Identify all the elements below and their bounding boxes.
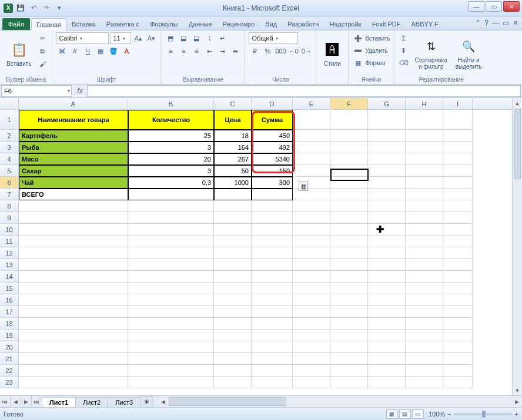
clear-button[interactable]: ⌫ xyxy=(398,57,410,69)
cell-H23[interactable] xyxy=(406,377,443,388)
cell-B7[interactable] xyxy=(128,189,214,200)
zoom-out-button[interactable]: − xyxy=(447,411,451,418)
cell-C16[interactable] xyxy=(214,294,252,306)
cell-G2[interactable] xyxy=(368,130,406,142)
cell-C22[interactable] xyxy=(214,365,252,377)
row-header[interactable]: 22 xyxy=(0,365,19,377)
formula-input[interactable] xyxy=(87,85,521,97)
cell-H6[interactable] xyxy=(406,177,443,189)
grow-font-button[interactable]: A▴ xyxy=(132,32,144,44)
scroll-left-button[interactable]: ◀ xyxy=(158,396,168,407)
cell-A17[interactable] xyxy=(19,306,128,318)
cell-A23[interactable] xyxy=(19,377,128,388)
cell-C12[interactable] xyxy=(214,247,252,259)
cell-A7[interactable]: ВСЕГО xyxy=(19,189,128,200)
cell-E20[interactable] xyxy=(293,341,330,353)
cell-F8[interactable] xyxy=(330,200,368,212)
cell-D23[interactable] xyxy=(252,377,293,388)
align-center-button[interactable]: ≡ xyxy=(178,45,189,57)
cell-C9[interactable] xyxy=(214,212,252,224)
cell-H5[interactable] xyxy=(406,165,443,177)
tab-view[interactable]: Вид xyxy=(260,18,282,30)
qat-redo[interactable]: ↷ xyxy=(41,3,52,14)
cell-I20[interactable] xyxy=(443,341,473,353)
cell-G3[interactable] xyxy=(368,142,406,153)
zoom-in-button[interactable]: + xyxy=(515,411,518,418)
tab-addins[interactable]: Надстройк xyxy=(324,18,366,30)
cell-F10[interactable] xyxy=(330,224,368,236)
row-header[interactable]: 14 xyxy=(0,271,19,283)
merge-button[interactable]: ⬌ xyxy=(229,45,241,57)
wrap-text-button[interactable]: ↵ xyxy=(216,32,228,44)
cell-B12[interactable] xyxy=(128,247,214,259)
cell-D9[interactable] xyxy=(252,212,293,224)
cell-H11[interactable] xyxy=(406,236,443,247)
doc-restore-icon[interactable]: ▭ xyxy=(503,19,509,27)
cell-H4[interactable] xyxy=(406,153,443,165)
select-all-corner[interactable] xyxy=(0,98,19,109)
cell-A3[interactable]: Рыба xyxy=(19,142,128,153)
new-sheet-button[interactable]: ✳ xyxy=(140,397,153,407)
cell-C13[interactable] xyxy=(214,259,252,271)
align-right-button[interactable]: ≡ xyxy=(190,45,202,57)
col-header-D[interactable]: D xyxy=(252,98,293,109)
cell-F18[interactable] xyxy=(330,318,368,330)
shrink-font-button[interactable]: A▾ xyxy=(145,32,157,44)
zoom-slider[interactable] xyxy=(454,413,513,415)
tab-data[interactable]: Данные xyxy=(183,18,218,30)
sheet-next-button[interactable]: ▶ xyxy=(21,396,32,408)
cell-H7[interactable] xyxy=(406,189,443,200)
cell-C8[interactable] xyxy=(214,200,252,212)
cell-E3[interactable] xyxy=(293,142,330,153)
cell-D13[interactable] xyxy=(252,259,293,271)
cell-D5[interactable]: 150 xyxy=(252,165,293,177)
cell-D12[interactable] xyxy=(252,247,293,259)
cell-B10[interactable] xyxy=(128,224,214,236)
cell-G17[interactable] xyxy=(368,306,406,318)
row-header[interactable]: 7 xyxy=(0,189,19,200)
cell-G20[interactable] xyxy=(368,341,406,353)
cell-B22[interactable] xyxy=(128,365,214,377)
orientation-button[interactable]: ⤹ xyxy=(203,32,215,44)
cell-D21[interactable] xyxy=(252,353,293,365)
name-box[interactable]: F6 ▾ xyxy=(1,85,72,97)
cell-I11[interactable] xyxy=(443,236,473,247)
cut-button[interactable]: ✂ xyxy=(36,32,48,44)
row-header[interactable]: 19 xyxy=(0,330,19,341)
vertical-scrollbar[interactable]: ▲ ▼ xyxy=(512,98,522,395)
qat-undo[interactable]: ↶ xyxy=(28,3,39,14)
indent-inc-button[interactable]: ⇥ xyxy=(216,45,228,57)
file-tab[interactable]: Файл xyxy=(2,18,30,30)
cell-H3[interactable] xyxy=(406,142,443,153)
qat-save[interactable]: 💾 xyxy=(15,3,26,14)
row-header[interactable]: 17 xyxy=(0,306,19,318)
align-bottom-button[interactable]: ⬓ xyxy=(190,32,202,44)
cell-I21[interactable] xyxy=(443,353,473,365)
cell-E23[interactable] xyxy=(293,377,330,388)
cell-G10[interactable] xyxy=(368,224,406,236)
cell-G8[interactable] xyxy=(368,200,406,212)
cell-B14[interactable] xyxy=(128,271,214,283)
comma-button[interactable]: 000 xyxy=(275,45,286,57)
inc-decimal-button[interactable]: ←0 xyxy=(287,45,299,57)
tab-insert[interactable]: Вставка xyxy=(66,18,101,30)
sheet-first-button[interactable]: ⏮ xyxy=(0,396,11,408)
cell-C10[interactable] xyxy=(214,224,252,236)
cell-D14[interactable] xyxy=(252,271,293,283)
cell-F23[interactable] xyxy=(330,377,368,388)
cell-H10[interactable] xyxy=(406,224,443,236)
cell-G18[interactable] xyxy=(368,318,406,330)
cell-E1[interactable] xyxy=(293,110,330,130)
cell-E12[interactable] xyxy=(293,247,330,259)
cell-A9[interactable] xyxy=(19,212,128,224)
cell-D2[interactable]: 450 xyxy=(252,130,293,142)
number-format-combo[interactable]: Общий▾ xyxy=(249,32,298,44)
fill-color-button[interactable]: 🪣 xyxy=(108,45,119,57)
cell-I16[interactable] xyxy=(443,294,473,306)
cell-I13[interactable] xyxy=(443,259,473,271)
cell-F3[interactable] xyxy=(330,142,368,153)
cell-G7[interactable] xyxy=(368,189,406,200)
cell-B23[interactable] xyxy=(128,377,214,388)
scroll-thumb[interactable] xyxy=(514,109,521,179)
insert-cells-button[interactable]: ➕ xyxy=(352,32,364,44)
